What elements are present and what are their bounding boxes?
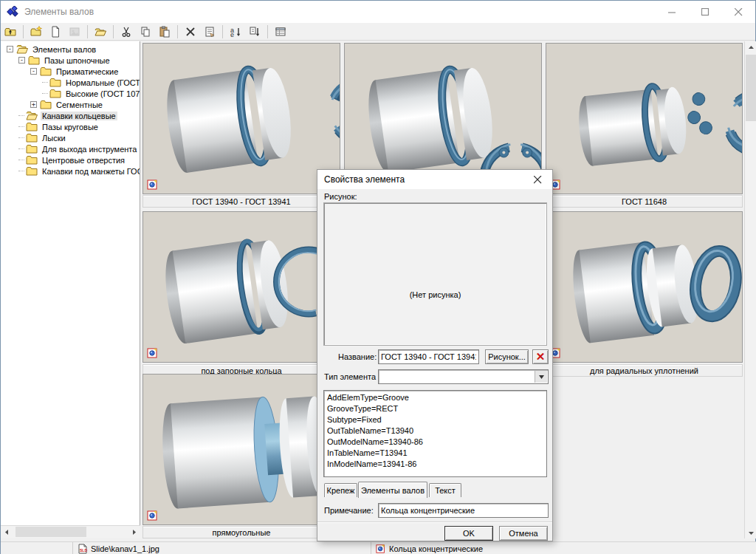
tree-item-label: Элементы валов — [31, 45, 97, 54]
folder-open-icon — [16, 44, 28, 54]
paste-icon — [159, 26, 171, 38]
cut-button[interactable] — [117, 24, 135, 40]
dialog-title: Свойства элемента — [324, 174, 405, 185]
tile-wire-ring[interactable] — [142, 211, 340, 363]
sort-alpha-button[interactable]: ae — [227, 24, 244, 40]
expand-icon[interactable] — [30, 101, 37, 108]
shaft-3d-image — [143, 44, 340, 194]
delete-button[interactable] — [182, 24, 199, 40]
tree-item[interactable]: Для выхода инструмента — [1, 143, 140, 154]
new-document-button[interactable] — [47, 24, 64, 40]
delete-picture-button[interactable]: ✕ — [532, 349, 549, 364]
tiles-vertical-scrollbar[interactable] — [744, 41, 756, 538]
status-pane-selection: Кольца концентрические — [371, 542, 756, 554]
properties-textarea[interactable]: AddElemType=Groove GrooveType=RECT Subty… — [323, 390, 547, 477]
tree-horizontal-scrollbar[interactable] — [1, 525, 140, 538]
ok-button[interactable]: OK — [444, 526, 493, 541]
copy-icon — [140, 26, 151, 38]
new-folder-button[interactable] — [27, 24, 45, 40]
tree-item[interactable]: Пазы круговые — [1, 121, 140, 132]
open-folder-button[interactable] — [92, 24, 109, 40]
new-document-icon — [49, 26, 61, 38]
folder-open-icon — [26, 111, 38, 120]
picture-frame: (Нет рисунка) — [323, 202, 547, 346]
name-input[interactable] — [378, 349, 479, 364]
up-one-level-button[interactable] — [1, 24, 19, 40]
combobox-dropdown-button[interactable] — [535, 371, 547, 383]
collapse-icon[interactable] — [7, 46, 13, 52]
folder-tree: Элементы валов Пазы шпоночные Призматиче… — [1, 41, 140, 525]
tree-item[interactable]: Лыски — [1, 132, 140, 143]
tree-item[interactable]: Канавки под манжеты ГОС — [1, 165, 140, 177]
tree-item-label: Нормальные (ГОСТ — [64, 78, 140, 87]
scrollbar-thumb[interactable] — [746, 55, 756, 121]
delete-icon — [185, 26, 196, 38]
tab-tekst[interactable]: Текст — [429, 483, 461, 497]
element-type-combobox[interactable] — [378, 369, 549, 384]
scroll-down-button[interactable] — [745, 527, 756, 538]
tile-o-ring[interactable] — [546, 211, 743, 363]
sort-items-button[interactable] — [246, 24, 264, 40]
tree-item-root[interactable]: Элементы валов — [1, 44, 140, 55]
tree-item-label: Призматические — [55, 67, 120, 76]
paste-button[interactable] — [156, 24, 173, 40]
cancel-button[interactable]: Отмена — [499, 526, 548, 541]
tree-item-selected[interactable]: Канавки кольцевые — [1, 110, 140, 121]
tree-item[interactable]: Пазы шпоночные — [1, 55, 140, 66]
collapse-icon[interactable] — [18, 57, 25, 64]
picture-button[interactable]: Рисунок... — [485, 349, 529, 364]
tile-caption-text: ГОСТ 13940 - ГОСТ 13941 — [192, 197, 290, 206]
minimize-button[interactable] — [656, 1, 689, 23]
title-bar: Элементы валов — [1, 1, 755, 23]
dialog-separator — [317, 521, 552, 523]
new-folder-icon — [30, 26, 42, 38]
minimize-icon — [668, 8, 676, 16]
folder-icon — [26, 155, 38, 165]
tree-item-label: Для выхода инструмента — [41, 145, 138, 154]
svg-text:e: e — [230, 31, 234, 38]
properties-button[interactable] — [201, 24, 219, 40]
maximize-button[interactable] — [689, 1, 722, 23]
tree-connector — [18, 171, 24, 171]
tree-item[interactable]: Нормальные (ГОСТ — [1, 77, 140, 88]
tree-item[interactable]: Сегментные — [1, 99, 140, 110]
tree-connector — [18, 137, 24, 138]
dialog-close-button[interactable] — [523, 170, 552, 189]
tree-item[interactable]: Центровые отверстия — [1, 154, 140, 165]
close-button[interactable] — [722, 1, 755, 23]
note-input[interactable] — [378, 503, 549, 518]
collapse-icon[interactable] — [30, 68, 37, 75]
tab-label: Текст — [435, 486, 456, 495]
shaft-3d-image — [546, 44, 742, 194]
tab-elementy-valov[interactable]: Элементы валов — [358, 482, 427, 498]
status-pane-empty — [1, 542, 73, 554]
slide-icon — [147, 179, 159, 191]
details-view-button[interactable] — [272, 24, 289, 40]
tile-rect-groove[interactable] — [142, 374, 340, 525]
shaft-3d-image — [546, 212, 742, 362]
slide-icon — [147, 510, 159, 521]
scrollbar-thumb[interactable] — [16, 527, 86, 537]
tree-item-label: Пазы шпоночные — [43, 56, 111, 65]
tile-e-clip[interactable] — [546, 43, 743, 194]
tree-connector — [18, 115, 24, 116]
window-title: Элементы валов — [24, 7, 94, 17]
tile-retaining-ring-open[interactable] — [142, 43, 340, 194]
app-window: Элементы валов — [0, 0, 756, 554]
sort-alpha-icon: ae — [230, 26, 241, 38]
tree-connector — [42, 93, 48, 94]
copy-button[interactable] — [137, 24, 154, 40]
tab-krepezh[interactable]: Крепеж — [324, 483, 357, 497]
scroll-right-button[interactable] — [128, 526, 140, 538]
status-selection-text: Кольца концентрические — [389, 544, 483, 553]
tree-item[interactable]: Высокие (ГОСТ 107 — [1, 88, 140, 99]
open-folder-icon — [94, 26, 106, 38]
tree-item[interactable]: Призматические — [1, 66, 140, 77]
image-button[interactable] — [66, 24, 83, 40]
scroll-left-button[interactable] — [1, 526, 13, 538]
tree-item-label: Лыски — [41, 134, 67, 143]
close-icon — [534, 176, 542, 184]
toolbar-separator — [267, 25, 268, 38]
scroll-up-button[interactable] — [745, 41, 756, 53]
image-icon — [69, 26, 80, 38]
